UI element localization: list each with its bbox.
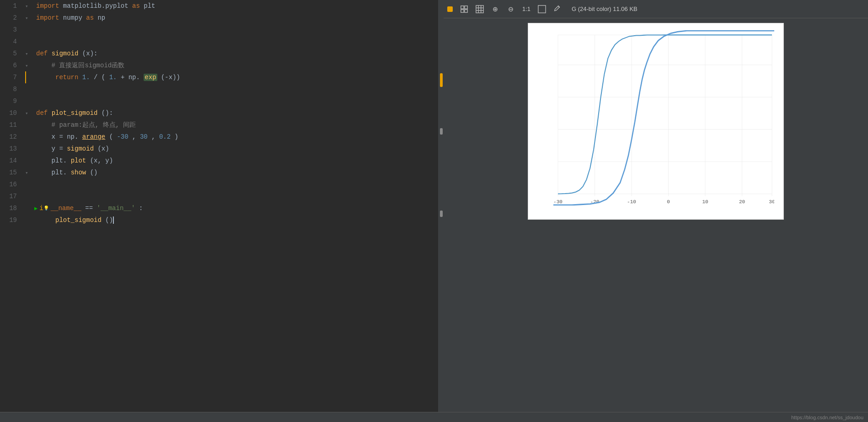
fold-15[interactable]: ▾ [25,167,34,179]
code-line-2: import numpy as np [34,12,438,24]
code-line-11: # param:起点, 终点, 间距 [34,119,438,131]
code-line-17 [34,190,438,202]
code-line-18: ▶ i 💡 __name__ == '__main__' : [34,202,438,214]
line-num-16: 16 [0,179,21,190]
sigmoid-path [553,31,774,205]
code-line-12: x = np. arange ( -30 , 30 , 0.2 ) [34,131,438,143]
line-num-18: 18 [0,202,21,214]
fold-8 [25,83,34,95]
grid-icon[interactable] [474,3,486,15]
svg-rect-36 [553,30,774,206]
line-num-8: 8 [0,83,21,95]
svg-rect-4 [476,5,483,12]
code-line-3 [34,24,438,36]
fold-1[interactable]: ▾ [25,0,34,12]
lightbulb-icon: 💡 [43,206,49,211]
scroll-marker-2 [440,128,443,135]
fit-icon[interactable] [458,3,470,15]
orange-dot [447,6,453,12]
code-line-13: y = sigmoid (x) [34,143,438,155]
actual-size-icon[interactable] [536,3,548,15]
zoom-in-icon[interactable]: ⊕ [489,3,501,15]
fold-18 [25,202,34,214]
code-line-4 [34,36,438,48]
fold-17 [25,190,34,202]
code-line-14: plt. plot (x, y) [34,155,438,167]
line-num-6: 6 [0,60,21,71]
fold-14 [25,155,34,167]
line-num-4: 4 [0,36,21,48]
code-line-19: plot_sigmoid ()​ [34,214,438,226]
line-num-15: 15 [0,167,21,179]
url-label: https://blog.csdn.net/ss_jdoudou [791,415,863,420]
scroll-marker-1 [440,73,443,87]
chart-display: 0.0 0.2 0.4 0.6 0.8 1.0 [444,18,868,412]
line-num-13: 13 [0,143,21,155]
code-line-8 [34,83,438,95]
image-toolbar: ⊕ ⊖ 1:1 G (24-bit color) 11.06 KB [444,0,868,18]
fold-5[interactable]: ▾ [25,48,34,60]
sigmoid-overlay [553,30,774,206]
line-num-2: 2 [0,12,21,24]
right-scrollbar [438,0,444,412]
line-num-17: 17 [0,190,21,202]
fold-13 [25,143,34,155]
run-icon[interactable]: ▶ [34,205,38,212]
fold-markers: ▾ ▾ ▾ ▾ [25,0,34,412]
line-num-14: 14 [0,155,21,167]
edit-icon[interactable] [552,3,563,15]
line-num-5: 5 [0,48,21,60]
zoom-out-icon[interactable]: ⊖ [505,3,517,15]
code-line-10: def plot_sigmoid (): [34,107,438,119]
svg-rect-2 [461,9,464,12]
code-line-16 [34,179,438,190]
fold-16 [25,179,34,190]
line-num-3: 3 [0,24,21,36]
fold-12 [25,131,34,143]
code-line-5: def sigmoid (x): [34,48,438,60]
scroll-marker-3 [440,211,443,217]
svg-rect-3 [465,9,467,12]
fold-6[interactable]: ▾ [25,60,34,71]
line-numbers: 1 2 3 4 5 6 7 8 9 10 11 12 13 14 15 16 1… [0,0,25,412]
bottom-bar: https://blog.csdn.net/ss_jdoudou [0,412,868,422]
fold-4 [25,36,34,48]
svg-rect-1 [465,5,467,8]
code-line-9 [34,95,438,107]
line-num-7: 7 [0,71,21,83]
fold-2[interactable]: ▾ [25,12,34,24]
chart-wrapper: 0.0 0.2 0.4 0.6 0.8 1.0 [528,23,784,220]
code-panel: 1 2 3 4 5 6 7 8 9 10 11 12 13 14 15 16 1… [0,0,444,412]
image-panel: ⊕ ⊖ 1:1 G (24-bit color) 11.06 KB [444,0,868,412]
code-line-7: return 1. / ( 1. + np. exp (-x)) [34,71,438,83]
fold-9 [25,95,34,107]
code-content-area[interactable]: import matplotlib.pyplot as plt import n… [34,0,438,412]
code-line-15: plt. show () [34,167,438,179]
fold-19 [25,214,34,226]
svg-rect-9 [538,5,546,12]
fold-3 [25,24,34,36]
fold-11 [25,119,34,131]
main-content: 1 2 3 4 5 6 7 8 9 10 11 12 13 14 15 16 1… [0,0,868,412]
line-num-1: 1 [0,0,21,12]
fold-7-modified [25,71,34,83]
line-num-9: 9 [0,95,21,107]
line-num-12: 12 [0,131,21,143]
image-info: G (24-bit color) 11.06 KB [572,5,638,12]
svg-rect-0 [461,5,464,8]
code-line-6: # 直接返回sigmoid函数 [34,60,438,71]
fold-10[interactable]: ▾ [25,107,34,119]
code-line-1: import matplotlib.pyplot as plt [34,0,438,12]
zoom-ratio[interactable]: 1:1 [520,3,532,15]
line-num-10: 10 [0,107,21,119]
code-editor: 1 2 3 4 5 6 7 8 9 10 11 12 13 14 15 16 1… [0,0,444,412]
line-num-19: 19 [0,214,21,226]
line-num-11: 11 [0,119,21,131]
